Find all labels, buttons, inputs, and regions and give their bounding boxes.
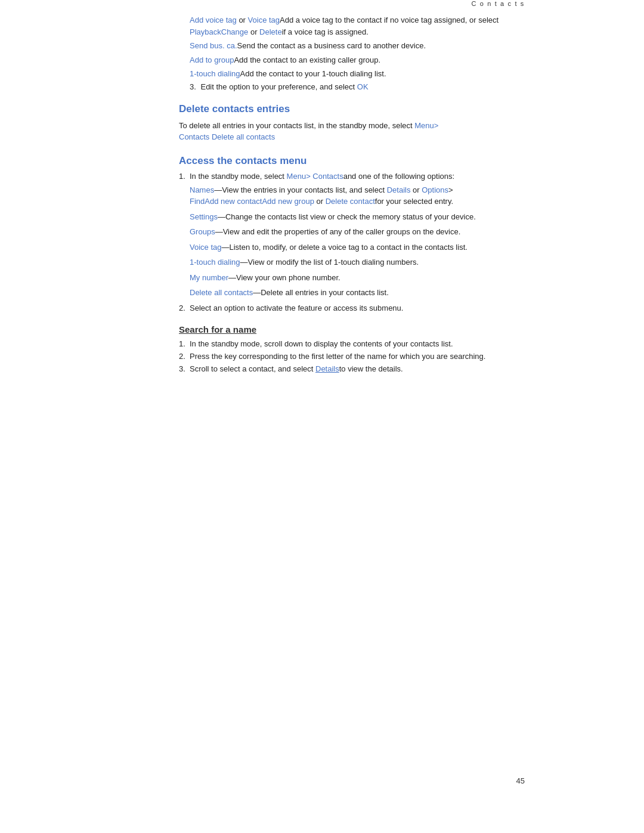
names-for: for your selected entry.: [375, 197, 453, 206]
names-link[interactable]: Names: [190, 185, 214, 194]
page-container: C o n t a c t s Add voice tag or Voice t…: [0, 0, 644, 833]
edit-option-item: 3. Edit the option to your preference, a…: [190, 82, 525, 91]
delete-all-contacts-link[interactable]: Delete all contacts: [190, 288, 253, 297]
search-step3-text: Scroll to select a contact, and select D…: [190, 364, 403, 373]
step1-text: In the standby mode, select Menu> Contac…: [190, 172, 454, 181]
search-details-link[interactable]: Details: [315, 364, 339, 373]
add-to-group-link[interactable]: Add to group: [190, 55, 234, 64]
delete-contact-link[interactable]: Delete contact: [326, 197, 375, 206]
step1-contacts-link[interactable]: Contacts: [311, 172, 343, 181]
page-header: C o n t a c t s: [179, 0, 525, 7]
delete-contacts-link[interactable]: Contacts: [179, 132, 209, 141]
search-step2-num: 2.: [179, 352, 190, 361]
settings-desc: Change the contacts list view or check t…: [225, 212, 476, 221]
settings-item: Settings—Change the contacts list view o…: [190, 211, 525, 223]
search-step2-text: Press the key corresponding to the first…: [190, 352, 485, 361]
one-touch-item-arrow: —: [240, 258, 248, 267]
access-section-title: Access the contacts menu: [179, 155, 525, 167]
or-text: or: [237, 16, 248, 24]
names-desc: View the entries in your contacts list, …: [222, 185, 387, 194]
settings-arrow: —: [218, 212, 225, 221]
delete-all-contacts-arrow: —: [253, 288, 261, 297]
step1-num: 1.: [179, 172, 190, 181]
access-step-1: 1. In the standby mode, select Menu> Con…: [179, 172, 525, 181]
or-text2: or: [248, 27, 259, 36]
delete-section-title: Delete contacts entries: [179, 103, 525, 115]
step1-desc: In the standby mode, select: [190, 172, 287, 181]
step1-after: and one of the following options:: [343, 172, 454, 181]
add-new-group-link[interactable]: Add new group: [262, 197, 314, 206]
groups-item: Groups—View and edit the properties of a…: [190, 226, 525, 238]
voice-tag-item-arrow: —: [222, 243, 230, 252]
one-touch-dialing-link[interactable]: 1-touch dialing: [190, 69, 240, 78]
options-link[interactable]: Options: [422, 185, 448, 194]
step1-menu-link[interactable]: Menu>: [287, 172, 311, 181]
my-number-item: My number—View your own phone number.: [190, 272, 525, 284]
one-touch-item-link[interactable]: 1-touch dialing: [190, 258, 240, 267]
add-voice-tag-link[interactable]: Add voice tag: [190, 16, 237, 24]
one-touch-item-desc: View or modify the list of 1-touch diali…: [248, 258, 419, 267]
add-new-contact-link[interactable]: Add new contact: [205, 197, 262, 206]
voice-tag-item: Voice tag—Listen to, modify, or delete a…: [190, 241, 525, 253]
find-link[interactable]: Find: [190, 197, 205, 206]
search-step1-text: In the standby mode, scroll down to disp…: [190, 339, 453, 348]
edit-option-text: Edit the option to your preference, and …: [200, 82, 357, 91]
add-to-group-item: Add to groupAdd the contact to an existi…: [190, 54, 525, 66]
access-section: Access the contacts menu 1. In the stand…: [179, 155, 525, 312]
ok-link[interactable]: OK: [357, 82, 369, 91]
search-step1-num: 1.: [179, 339, 190, 348]
step2-num: 2.: [179, 304, 190, 312]
delete-all-contacts-item: Delete all contacts—Delete all entries i…: [190, 287, 525, 299]
groups-desc: View and edit the properties of any of t…: [223, 227, 461, 236]
change-link[interactable]: Change: [221, 27, 249, 36]
names-or2: or: [314, 197, 326, 206]
voice-tag-desc: Add a voice tag to the contact if no voi…: [280, 16, 499, 24]
one-touch-dialing-desc: Add the contact to your 1-touch dialing …: [240, 69, 386, 78]
send-bus-card-item: Send bus. ca.Send the contact as a busin…: [190, 40, 525, 52]
search-step-2: 2. Press the key corresponding to the fi…: [179, 352, 525, 361]
access-step-2: 2. Select an option to activate the feat…: [179, 304, 525, 312]
add-to-group-desc: Add the contact to an existing caller gr…: [234, 55, 380, 64]
groups-arrow: —: [215, 227, 223, 236]
search-step-1: 1. In the standby mode, scroll down to d…: [179, 339, 525, 348]
voice-tag-item-desc: Listen to, modify, or delete a voice tag…: [230, 243, 467, 252]
my-number-desc: View your own phone number.: [236, 273, 340, 282]
delete-section: Delete contacts entries To delete all en…: [179, 103, 525, 143]
names-arrow: —: [214, 185, 222, 194]
add-voice-tag-item: Add voice tag or Voice tagAdd a voice ta…: [190, 14, 525, 38]
voice-tag-after: if a voice tag is assigned.: [282, 27, 369, 36]
one-touch-item: 1-touch dialing—View or modify the list …: [190, 256, 525, 268]
delete-section-desc: To delete all entries in your contacts l…: [179, 120, 525, 143]
send-bus-card-link[interactable]: Send bus. ca.: [190, 41, 237, 50]
playback-link[interactable]: Playback: [190, 27, 221, 36]
delete-desc-text: To delete all entries in your contacts l…: [179, 121, 414, 130]
search-section-title: Search for a name: [179, 324, 525, 335]
my-number-arrow: —: [228, 273, 236, 282]
search-step3-num: 3.: [179, 364, 190, 373]
search-step-3: 3. Scroll to select a contact, and selec…: [179, 364, 525, 373]
voice-tag-item-link[interactable]: Voice tag: [190, 243, 222, 252]
names-item: Names—View the entries in your contacts …: [190, 184, 525, 208]
send-bus-card-desc: Send the contact as a business card to a…: [237, 41, 426, 50]
delete-all-contacts-desc: Delete all entries in your contacts list…: [261, 288, 389, 297]
search-step3-desc: Scroll to select a contact, and select: [190, 364, 315, 373]
search-step3-after: to view the details.: [339, 364, 403, 373]
top-section: Add voice tag or Voice tagAdd a voice ta…: [179, 14, 525, 91]
names-arrow2: >: [448, 185, 453, 194]
one-touch-dialing-item: 1-touch dialingAdd the contact to your 1…: [190, 68, 525, 80]
delete-all-link[interactable]: Delete all contacts: [212, 132, 275, 141]
step2-text: Select an option to activate the feature…: [190, 304, 403, 312]
voice-tag-link[interactable]: Voice tag: [248, 16, 280, 24]
page-number: 45: [516, 776, 525, 785]
delete-menu-link[interactable]: Menu>: [414, 121, 438, 130]
settings-link[interactable]: Settings: [190, 212, 218, 221]
my-number-link[interactable]: My number: [190, 273, 228, 282]
groups-link[interactable]: Groups: [190, 227, 215, 236]
names-or: or: [410, 185, 422, 194]
edit-option-num: 3.: [190, 82, 196, 91]
content-area: C o n t a c t s Add voice tag or Voice t…: [0, 0, 644, 373]
search-section: Search for a name 1. In the standby mode…: [179, 324, 525, 373]
details-link[interactable]: Details: [387, 185, 411, 194]
delete-link[interactable]: Delete: [259, 27, 282, 36]
